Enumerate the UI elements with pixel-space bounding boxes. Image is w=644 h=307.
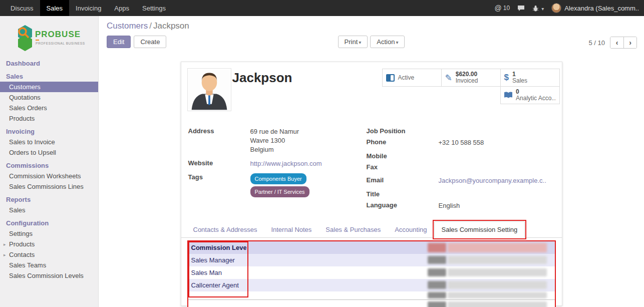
tab-sales-commission-setting[interactable]: Sales Commission Setting [434, 221, 525, 238]
user-menu[interactable]: Alexandra (Sales_comm.. [551, 3, 639, 13]
sidebar-item-customers[interactable]: Customers [0, 82, 98, 92]
sidebar-item-label: Products [9, 240, 35, 248]
book-icon [504, 92, 513, 99]
sales-stat-button[interactable]: 1 Sales [500, 69, 560, 87]
bug-icon [532, 5, 539, 12]
menu-apps[interactable]: Apps [108, 0, 136, 16]
table-row[interactable]: Sales Manager [188, 254, 555, 266]
title-label: Title [367, 190, 439, 198]
analytic-count-label: Analytic Acco... [516, 95, 555, 102]
breadcrumb: Customers/Jackpson [99, 16, 644, 32]
sidebar-heading-reports[interactable]: Reports [0, 193, 98, 205]
sidebar-item-commission-worksheets[interactable]: Commission Worksheets [0, 171, 98, 181]
messages-button[interactable] [517, 5, 525, 12]
sidebar-item-config-contacts[interactable]: Contacts [0, 249, 98, 260]
email-link[interactable]: Jackpson@yourcompany.example.c.. [439, 176, 546, 185]
address-line: Wavre 1300 [250, 136, 299, 145]
invoiced-stat-button[interactable]: $620.00 Invoiced [441, 69, 501, 87]
print-dropdown-button[interactable]: Print [338, 36, 368, 48]
debug-menu-button[interactable] [532, 5, 544, 12]
edit-button[interactable]: Edit [107, 36, 131, 48]
menu-discuss[interactable]: Discuss [4, 0, 40, 16]
topbar-right: 10 Alexandra (Sales_comm.. [495, 0, 644, 16]
create-button[interactable]: Create [134, 36, 166, 48]
menu-settings[interactable]: Settings [136, 0, 172, 16]
menu-invoicing[interactable]: Invoicing [69, 0, 108, 16]
sales-count-label: Sales [512, 78, 527, 84]
sidebar-item-products[interactable]: Products [0, 113, 98, 124]
commission-level-cell: Sales Man [188, 269, 246, 276]
table-row[interactable]: Sales Man [188, 266, 555, 279]
table-footer-row [188, 299, 555, 307]
tab-internal-notes[interactable]: Internal Notes [264, 222, 318, 237]
language-label: Language [367, 201, 439, 210]
active-toggle-button[interactable]: Active [382, 69, 442, 87]
menu-sales[interactable]: Sales [40, 0, 70, 16]
redacted-cells [428, 268, 547, 276]
form-fields: Address 69 rue de Namur Wavre 1300 Belgi… [181, 127, 562, 213]
action-dropdown-button[interactable]: Action [370, 36, 405, 48]
sidebar-item-sales-to-invoice[interactable]: Sales to Invoice [0, 137, 98, 147]
mentions-button[interactable]: 10 [495, 4, 510, 12]
sidebar-item-sales-commission-levels[interactable]: Sales Commission Levels [0, 270, 98, 281]
sidebar-item-sales-teams[interactable]: Sales Teams [0, 260, 98, 270]
address-value[interactable]: 69 rue de Namur Wavre 1300 Belgium [250, 127, 299, 154]
expand-caret-icon[interactable] [4, 251, 6, 259]
caret-down-icon [395, 38, 398, 46]
sidebar-item-reports-sales[interactable]: Sales [0, 205, 98, 215]
sidebar-item-sales-orders[interactable]: Sales Orders [0, 103, 98, 113]
active-label: Active [398, 74, 415, 81]
stat-button-group: Active $620.00 Invoiced 1 Sales [381, 69, 560, 104]
mention-icon [495, 4, 502, 12]
commission-level-column-header[interactable]: Commission Level [188, 244, 246, 251]
address-label: Address [188, 127, 250, 154]
caret-down-icon [540, 5, 544, 12]
redacted-header-cells [428, 243, 547, 252]
sidebar-item-orders-to-upsell[interactable]: Orders to Upsell [0, 147, 98, 158]
chat-bubble-icon [517, 5, 525, 12]
logo-title: PROBUSE [35, 30, 81, 39]
pager-previous-button[interactable] [610, 37, 623, 48]
language-value[interactable]: English [439, 201, 460, 210]
sheet-header: Jackpson Active $620.00 Invoiced [181, 62, 562, 121]
expand-caret-icon[interactable] [4, 241, 6, 248]
redacted-cells [428, 292, 547, 298]
phone-label: Phone [367, 138, 439, 147]
breadcrumb-customers-link[interactable]: Customers [107, 21, 148, 31]
website-label: Website [188, 159, 250, 168]
tab-sales-purchases[interactable]: Sales & Purchases [318, 222, 388, 237]
tag-badge-components-buyer[interactable]: Components Buyer [250, 173, 306, 184]
logo-subtitle: PROFESSIONAL BUSINESS [36, 42, 85, 45]
breadcrumb-separator: / [148, 21, 153, 31]
phone-value[interactable]: +32 10 588 558 [439, 138, 484, 147]
sidebar-item-settings[interactable]: Settings [0, 228, 98, 239]
address-line: Belgium [250, 145, 299, 154]
sidebar: PROBUSE PROFESSIONAL BUSINESS Dashboard … [0, 16, 99, 307]
mention-count: 10 [503, 5, 510, 12]
sidebar-heading-sales[interactable]: Sales [0, 70, 98, 82]
commission-level-cell: Sales Manager [188, 256, 246, 264]
sidebar-item-config-products[interactable]: Products [0, 239, 98, 249]
app-logo: PROBUSE PROFESSIONAL BUSINESS [0, 16, 98, 56]
tab-contacts-addresses[interactable]: Contacts & Addresses [186, 222, 264, 237]
table-row[interactable]: Callcenter Agent [188, 279, 555, 291]
dollar-icon [504, 73, 509, 83]
sidebar-heading-commissions[interactable]: Commissions [0, 159, 98, 171]
sidebar-item-sales-commissions-lines[interactable]: Sales Commissions Lines [0, 181, 98, 192]
customer-photo[interactable] [187, 68, 231, 111]
redacted-cells [428, 256, 547, 264]
sidebar-heading-dashboard[interactable]: Dashboard [0, 57, 98, 69]
commission-table-header-row: Commission Level [188, 241, 555, 254]
analytic-accounts-stat-button[interactable]: 0 Analytic Acco... [500, 86, 560, 104]
breadcrumb-current: Jackpson [153, 21, 189, 31]
pencil-icon [445, 73, 452, 83]
table-row-empty[interactable] [188, 291, 555, 299]
chevron-right-icon [629, 39, 631, 47]
sidebar-heading-invoicing[interactable]: Invoicing [0, 125, 98, 137]
sidebar-heading-configuration[interactable]: Configuration [0, 217, 98, 228]
pager-next-button[interactable] [623, 37, 636, 48]
website-link[interactable]: http://www.jackpson.com [250, 159, 322, 168]
tab-accounting[interactable]: Accounting [388, 222, 434, 237]
tag-badge-partner-it-services[interactable]: Partner / IT Services [250, 186, 309, 197]
sidebar-item-quotations[interactable]: Quotations [0, 92, 98, 103]
